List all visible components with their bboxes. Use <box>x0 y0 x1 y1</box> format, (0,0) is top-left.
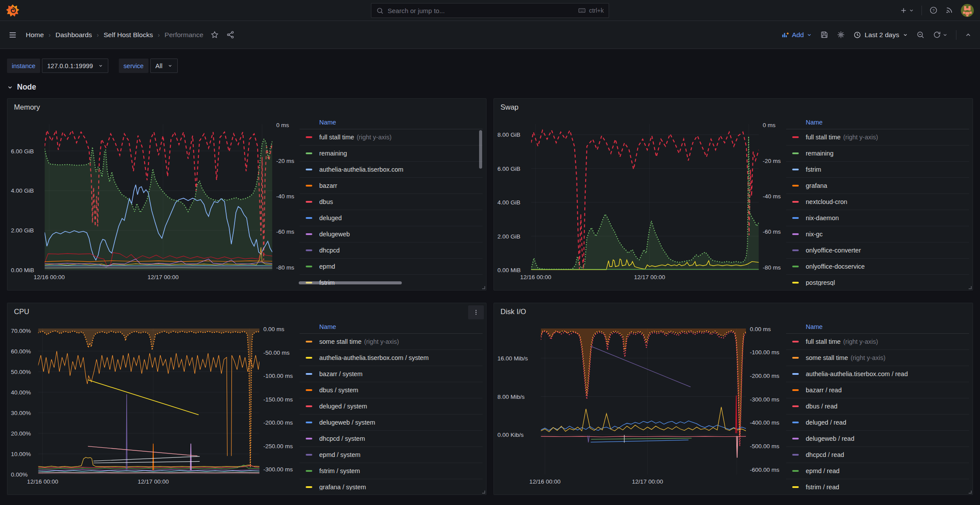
legend-row[interactable]: deluged / read <box>786 415 969 431</box>
collapse-header-button[interactable] <box>965 31 972 38</box>
legend-row[interactable]: onlyoffice-docservice <box>786 259 969 275</box>
legend-row[interactable]: remaining <box>786 145 969 162</box>
legend-header[interactable]: Name <box>786 320 969 334</box>
breadcrumb-separator: › <box>158 31 160 38</box>
refresh-button[interactable] <box>933 31 948 39</box>
panel-title[interactable]: Disk I/O <box>494 303 973 320</box>
legend-row[interactable]: grafana / system <box>300 479 483 490</box>
legend-row[interactable]: dhcpcd <box>300 242 483 259</box>
breadcrumb-item[interactable]: Home <box>26 31 44 39</box>
legend-row[interactable]: authelia-authelia.tiserbox.com <box>300 162 483 178</box>
legend-series-label: full stall time <box>806 338 841 345</box>
legend-row[interactable]: bazarr / system <box>300 366 483 382</box>
save-button[interactable] <box>820 31 828 39</box>
settings-button[interactable] <box>837 31 845 39</box>
legend-scrollbar-horizontal[interactable] <box>299 281 402 284</box>
legend-row[interactable]: postgresql <box>786 275 969 286</box>
panel-menu-button[interactable] <box>468 305 484 319</box>
search-shortcut: ctrl+k <box>578 7 604 14</box>
star-button[interactable] <box>210 31 219 39</box>
panel-title[interactable]: CPU <box>7 303 486 320</box>
chart-canvas[interactable]: 0.00 MiB2.00 GiB4.00 GiB6.00 GiB8.00 GiB… <box>497 115 785 286</box>
chart-svg <box>497 115 785 286</box>
legend-row[interactable]: nix-gc <box>786 226 969 242</box>
legend-row[interactable]: fstrim / system <box>300 463 483 479</box>
panel-resize-handle[interactable] <box>482 491 485 494</box>
panel-title[interactable]: Swap <box>494 99 973 115</box>
new-button[interactable] <box>900 7 914 14</box>
legend-series-label: delugeweb / read <box>806 435 854 442</box>
legend-row[interactable]: full stall time(right y-axis) <box>786 334 969 350</box>
share-button[interactable] <box>226 31 235 39</box>
legend-series-color <box>306 152 312 154</box>
legend-row[interactable]: nextcloud-cron <box>786 194 969 210</box>
legend-row[interactable]: delugeweb / read <box>786 431 969 447</box>
legend-row[interactable]: epmd <box>300 259 483 275</box>
legend-row[interactable]: deluged / system <box>300 398 483 415</box>
search-input[interactable]: Search or jump to... ctrl+k <box>371 3 609 18</box>
legend-row[interactable]: delugeweb / system <box>300 415 483 431</box>
legend-series-label: remaining <box>806 150 834 157</box>
legend-series-label: postgresql <box>806 279 835 286</box>
variable-value-dropdown[interactable]: 127.0.0.1:19999 <box>42 59 108 73</box>
legend-header[interactable]: Name <box>300 320 483 334</box>
legend-row[interactable]: epmd / system <box>300 447 483 463</box>
user-avatar[interactable] <box>961 4 974 17</box>
chart-canvas[interactable]: 0.00 MiB2.00 GiB4.00 GiB6.00 GiB0 ms-20 … <box>11 115 299 286</box>
legend-row[interactable]: dhcpcd / system <box>300 431 483 447</box>
legend-row[interactable]: full stall time(right y-axis) <box>786 129 969 145</box>
legend-row[interactable]: some stall time(right y-axis) <box>786 350 969 366</box>
grafana-logo[interactable] <box>6 4 19 17</box>
panel-resize-handle[interactable] <box>969 286 972 289</box>
legend-series-color <box>792 422 799 423</box>
legend-row[interactable]: remaining <box>300 145 483 162</box>
legend-row[interactable]: bazarr <box>300 178 483 194</box>
legend-row[interactable]: epmd / read <box>786 463 969 479</box>
legend-row[interactable]: dbus <box>300 194 483 210</box>
legend: Namefull stall time(right y-axis)remaini… <box>299 115 483 286</box>
legend-header[interactable]: Name <box>300 115 483 129</box>
chevron-down-icon <box>909 8 914 13</box>
panel-title[interactable]: Memory <box>7 99 486 115</box>
legend-row[interactable]: nix-daemon <box>786 210 969 226</box>
legend-row[interactable]: full stall time(right y-axis) <box>300 129 483 145</box>
breadcrumb-item[interactable]: Performance <box>165 31 204 39</box>
legend-scrollbar-vertical[interactable] <box>479 130 482 169</box>
panel-resize-handle[interactable] <box>969 491 972 494</box>
legend-series-color <box>306 405 312 407</box>
mega-menu-button[interactable] <box>8 31 17 39</box>
legend-row[interactable]: grafana <box>786 178 969 194</box>
legend-row[interactable]: fstrim <box>786 162 969 178</box>
legend-series-color <box>792 266 799 267</box>
section-node[interactable]: Node <box>7 83 973 92</box>
legend-row[interactable]: delugeweb <box>300 226 483 242</box>
rss-button[interactable] <box>945 6 953 14</box>
legend: Namefull stall time(right y-axis)some st… <box>785 320 969 490</box>
legend-row[interactable]: onlyoffice-converter <box>786 242 969 259</box>
variable-value-dropdown[interactable]: All <box>150 59 178 73</box>
legend-header[interactable]: Name <box>786 115 969 129</box>
legend-row[interactable]: deluged <box>300 210 483 226</box>
breadcrumb-item[interactable]: Dashboards <box>55 31 92 39</box>
panel-disk-io: Disk I/O0.00 Kib/s8.00 Mib/s16.00 Mib/s0… <box>493 303 973 495</box>
chart-canvas[interactable]: 0.00%10.00%20.00%30.00%40.00%50.00%60.00… <box>11 320 299 490</box>
legend-series-color <box>792 373 799 375</box>
time-range-picker[interactable]: Last 2 days <box>853 31 908 39</box>
panel-resize-handle[interactable] <box>482 286 485 289</box>
legend-series-label: epmd / system <box>319 451 360 458</box>
legend-row[interactable]: dbus / read <box>786 398 969 415</box>
zoom-out-button[interactable] <box>916 31 925 39</box>
legend-row[interactable]: authelia-authelia.tiserbox.com / read <box>786 366 969 382</box>
legend-row[interactable]: dbus / system <box>300 382 483 398</box>
legend-series-color <box>306 438 312 439</box>
legend-row[interactable]: bazarr / read <box>786 382 969 398</box>
legend-row[interactable]: some stall time(right y-axis) <box>300 334 483 350</box>
breadcrumb-item[interactable]: Self Host Blocks <box>104 31 153 39</box>
legend-series-label: full stall time <box>319 134 354 141</box>
legend-row[interactable]: dhcpcd / read <box>786 447 969 463</box>
legend-row[interactable]: authelia-authelia.tiserbox.com / system <box>300 350 483 366</box>
legend-row[interactable]: fstrim / read <box>786 479 969 490</box>
help-button[interactable]: ? <box>929 6 938 14</box>
add-button[interactable]: Add <box>781 31 812 39</box>
chart-canvas[interactable]: 0.00 Kib/s8.00 Mib/s16.00 Mib/s0.00 ms-1… <box>497 320 785 490</box>
